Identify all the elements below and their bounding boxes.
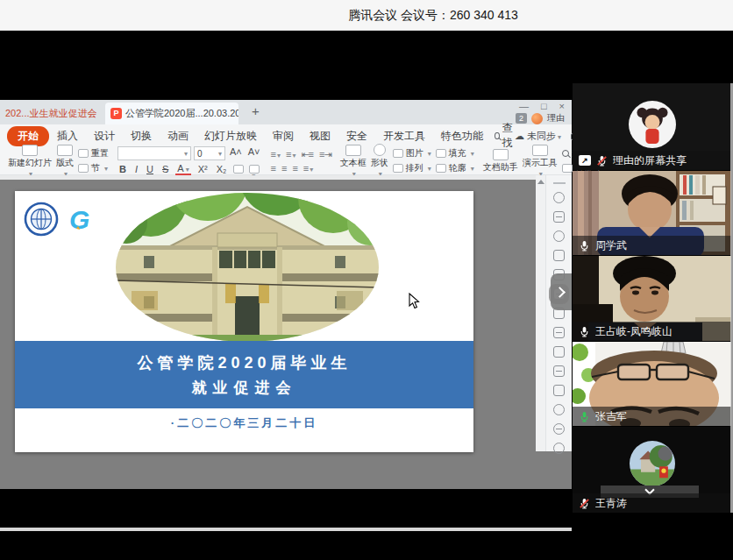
ai-assistant-icon[interactable] (553, 192, 565, 203)
align-left-icon[interactable]: ≡ (271, 163, 275, 174)
meeting-title-bar: 腾讯会议 会议号：260 340 413 (0, 0, 733, 31)
menu-slideshow[interactable]: 幻灯片放映 (196, 127, 265, 145)
maximize-button[interactable]: □ (541, 101, 547, 111)
align-right-icon[interactable]: ≡ (292, 163, 296, 174)
chevron-right-icon (554, 287, 566, 298)
clear-format-icon[interactable] (233, 165, 244, 174)
font-color-button[interactable]: A (175, 163, 190, 175)
new-slide-button[interactable]: 新建幻灯片 (8, 145, 52, 178)
svg-text:G: G (69, 205, 89, 234)
doc-assistant-button[interactable]: 文档助手 (483, 149, 518, 174)
document-tab-inactive[interactable]: 202...业生就业促进会 × (0, 103, 102, 124)
slide-pages-icon[interactable] (553, 211, 565, 223)
participant-tile[interactable]: 王占岐-凤鸣岐山 (573, 256, 731, 341)
arrange-button[interactable]: 排列 (393, 162, 431, 174)
reset-icon (78, 149, 89, 158)
presentation-tools-button[interactable]: 演示工具 (523, 145, 558, 178)
wps-shared-window: 202...业生就业促进会 × P 公管学院2020届...20.03.20） … (0, 100, 572, 489)
text-effects-icon[interactable] (249, 165, 260, 174)
text-box-button[interactable]: 文本框 (340, 145, 366, 178)
avatar (629, 101, 676, 148)
menu-home[interactable]: 开始 (7, 126, 49, 146)
menu-design[interactable]: 设计 (86, 127, 123, 145)
panel-handle-icon[interactable] (553, 182, 566, 184)
history-icon[interactable] (553, 443, 565, 454)
participant-tile-screen-share[interactable]: ↗ 理由的屏幕共享 (573, 83, 731, 170)
menu-review[interactable]: 审阅 (265, 127, 302, 145)
ribbon-find-button[interactable]: 查找 (495, 121, 515, 151)
participant-tile[interactable]: 周学武 (573, 171, 731, 255)
account-cluster[interactable]: 2 理由 (516, 112, 565, 124)
new-slide-icon (22, 145, 38, 156)
section-icon (78, 164, 89, 173)
user-name: 理由 (547, 112, 565, 124)
university-seal-logo (24, 202, 59, 237)
decrease-indent-icon[interactable]: ⇤≡ (301, 149, 313, 160)
slide-title-line2: 就业促进会 (192, 378, 297, 398)
user-avatar (531, 113, 543, 124)
font-size-select[interactable]: 0 (194, 146, 225, 160)
menu-transition[interactable]: 切换 (123, 127, 160, 145)
close-button[interactable]: × (559, 101, 565, 111)
increase-indent-icon[interactable]: ≡⇥ (319, 149, 331, 160)
participant-tile[interactable]: 张吉军 (573, 342, 731, 426)
menu-devtools[interactable]: 开发工具 (375, 127, 433, 145)
subscript-button[interactable]: X₂ (215, 164, 229, 174)
participant-tile[interactable]: 王青涛 (573, 427, 731, 513)
reset-button[interactable]: 重置 (78, 147, 109, 159)
screen-share-icon: ↗ (579, 155, 591, 166)
layout-button[interactable]: 版式 (56, 145, 74, 178)
slide-building-photo (116, 193, 379, 342)
at-mention-icon[interactable] (553, 230, 565, 242)
task-checkbox-icon[interactable] (553, 365, 565, 377)
cloud-sync-status[interactable]: ☁ 未同步 (515, 130, 561, 143)
document-tab-active[interactable]: P 公管学院2020届...20.03.20） (105, 103, 238, 124)
menu-features[interactable]: 特色功能 (433, 127, 491, 145)
mic-on-icon (579, 326, 590, 337)
decrease-font-icon[interactable]: A˅ (246, 146, 262, 160)
audio-icon[interactable] (553, 404, 565, 415)
menu-animation[interactable]: 动画 (160, 127, 196, 145)
participant-name: 周学武 (595, 238, 627, 253)
outline-button[interactable]: 轮廓 (436, 162, 474, 174)
arrange-icon (393, 164, 403, 173)
superscript-button[interactable]: X² (196, 164, 210, 174)
share-link-icon[interactable] (553, 346, 565, 358)
section-button[interactable]: 节 (78, 162, 109, 174)
bold-button[interactable]: B (117, 164, 128, 174)
new-tab-button[interactable]: + (252, 103, 260, 118)
scroll-up-icon[interactable] (537, 180, 544, 184)
increase-font-icon[interactable]: A˄ (228, 146, 244, 160)
underline-button[interactable]: U (145, 164, 155, 174)
picture-button[interactable]: 图片 (393, 147, 431, 159)
align-center-icon[interactable]: ≡ (281, 163, 286, 174)
slide-title-banner: 公管学院2020届毕业生 就业促进会 (15, 341, 473, 408)
menu-view[interactable]: 视图 (302, 127, 338, 145)
picture-tool-icon[interactable] (553, 385, 565, 396)
expand-panel-arrow[interactable] (551, 273, 572, 310)
numbered-list-icon[interactable]: ≡ (286, 149, 295, 160)
menu-security[interactable]: 安全 (338, 127, 375, 145)
tab-label: 公管学院2020届...20.03.20） (125, 107, 238, 120)
editor-scrollbar[interactable] (536, 175, 545, 451)
insert-image-icon[interactable] (553, 327, 565, 338)
slide-page[interactable]: G (15, 191, 473, 452)
fill-button[interactable]: 填充 (436, 147, 474, 159)
shapes-button[interactable]: 形状 (371, 144, 388, 178)
wps-ribbon-menu: 开始 插入 设计 切换 动画 幻灯片放映 审阅 视图 安全 开发工具 特色功能 … (0, 124, 572, 147)
mouse-cursor (409, 293, 421, 310)
strikethrough-button[interactable]: S (160, 164, 170, 174)
mic-muted-icon (596, 155, 608, 167)
mic-on-icon (579, 240, 590, 252)
minimize-button[interactable]: — (519, 101, 529, 111)
font-family-select[interactable] (117, 146, 191, 160)
bullet-list-icon[interactable]: ≡ (271, 149, 280, 160)
notification-badge: 2 (516, 113, 527, 124)
line-spacing-icon[interactable]: ≡ (303, 163, 312, 174)
italic-button[interactable]: I (133, 164, 139, 174)
menu-insert[interactable]: 插入 (49, 127, 86, 145)
download-icon[interactable] (553, 423, 565, 435)
stamp-icon[interactable] (553, 250, 565, 261)
replace-icon (562, 164, 573, 173)
text-box-icon (345, 145, 361, 156)
